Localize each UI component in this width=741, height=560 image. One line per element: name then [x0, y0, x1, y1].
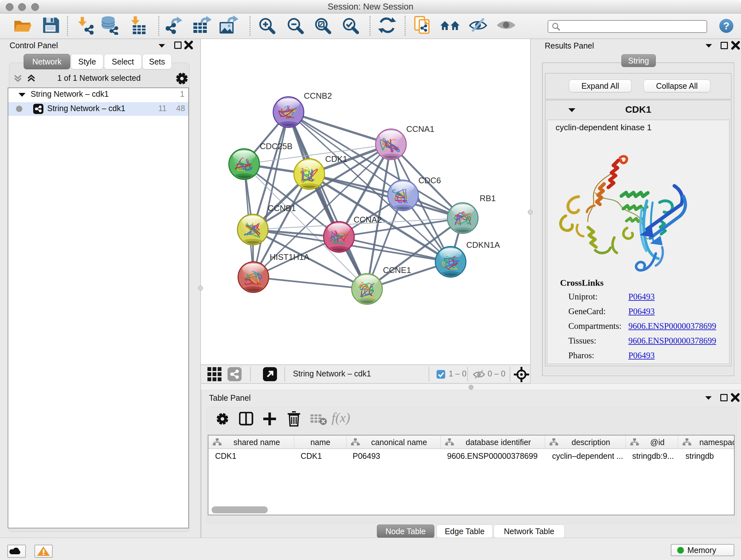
svg-text:CCNA2: CCNA2: [354, 215, 382, 225]
svg-text:CCNA1: CCNA1: [406, 124, 434, 134]
svg-text:CCNB2: CCNB2: [304, 91, 332, 101]
svg-text:CDKN1A: CDKN1A: [466, 240, 500, 250]
svg-text:CCNB1: CCNB1: [268, 203, 296, 213]
svg-text:CDC6: CDC6: [418, 176, 441, 185]
svg-text:RB1: RB1: [480, 193, 496, 203]
svg-text:CDK1: CDK1: [325, 154, 347, 164]
svg-text:CDC25B: CDC25B: [260, 141, 293, 151]
svg-text:CCNE1: CCNE1: [383, 265, 411, 275]
svg-text:HIST1H1A: HIST1H1A: [270, 252, 310, 262]
